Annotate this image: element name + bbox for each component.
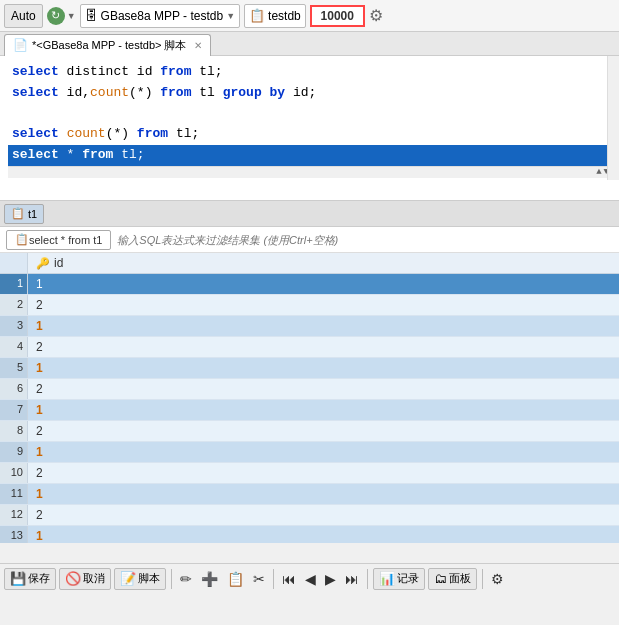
nav-first-icon[interactable]: ⏮ xyxy=(279,569,299,589)
panel-label: 面板 xyxy=(449,571,471,586)
editor-scrollbar[interactable] xyxy=(607,56,619,180)
row-number: 8 xyxy=(0,421,28,441)
tab-close-icon[interactable]: ✕ xyxy=(194,40,202,51)
row-limit-input[interactable]: 10000 xyxy=(310,5,365,27)
scroll-up-arrow[interactable]: ▲ xyxy=(596,165,601,179)
row-number: 13 xyxy=(0,526,28,543)
editor-line-1: select distinct id from tl; xyxy=(8,62,611,83)
nav-delete-icon[interactable]: ✂ xyxy=(250,569,268,589)
db-icon: 🗄 xyxy=(85,8,98,23)
schema-icon: 📋 xyxy=(249,8,265,23)
cell-id: 1 xyxy=(28,400,619,420)
row-number: 4 xyxy=(0,337,28,357)
row-number: 1 xyxy=(0,274,28,294)
table-row[interactable]: 91 xyxy=(0,442,619,463)
cell-id: 2 xyxy=(28,505,619,525)
script-label: 脚本 xyxy=(138,571,160,586)
cell-id: 1 xyxy=(28,316,619,336)
panel-button[interactable]: 🗂 面板 xyxy=(428,568,477,590)
table-row[interactable]: 102 xyxy=(0,463,619,484)
col-header-id: 🔑 id xyxy=(28,253,619,273)
records-button[interactable]: 📊 记录 xyxy=(373,568,425,590)
panel-icon: 🗂 xyxy=(434,571,447,586)
cell-id: 2 xyxy=(28,337,619,357)
nav-next-icon[interactable]: ▶ xyxy=(322,569,339,589)
table-row[interactable]: 131 xyxy=(0,526,619,543)
nav-pencil-icon[interactable]: ✏ xyxy=(177,569,195,589)
table-row[interactable]: 11 xyxy=(0,274,619,295)
cancel-icon: 🚫 xyxy=(65,571,81,586)
table-row[interactable]: 31 xyxy=(0,316,619,337)
cancel-button[interactable]: 🚫 取消 xyxy=(59,568,111,590)
save-button[interactable]: 💾 保存 xyxy=(4,568,56,590)
row-number: 9 xyxy=(0,442,28,462)
row-number: 10 xyxy=(0,463,28,483)
result-tab-row: 📋 t1 xyxy=(0,201,619,227)
table-row[interactable]: 71 xyxy=(0,400,619,421)
result-tab-label: t1 xyxy=(28,208,37,220)
schema-label: testdb xyxy=(268,9,301,23)
refresh-icon[interactable]: ↻ xyxy=(47,7,65,25)
records-icon: 📊 xyxy=(379,571,395,586)
nav-last-icon[interactable]: ⏭ xyxy=(342,569,362,589)
cell-id: 1 xyxy=(28,526,619,543)
data-rows-container: 112231425162718291102111122131142151162 xyxy=(0,274,619,543)
editor-hscroll[interactable]: ▲ ▼ xyxy=(8,166,611,178)
filter-bar: 📋 select * from t1 xyxy=(0,227,619,253)
editor-area[interactable]: select distinct id from tl; select id,co… xyxy=(0,56,619,201)
row-number: 6 xyxy=(0,379,28,399)
cell-id: 2 xyxy=(28,295,619,315)
auto-button[interactable]: Auto xyxy=(4,4,43,28)
tab-bar: 📄 *<GBase8a MPP - testdb> 脚本 ✕ xyxy=(0,32,619,56)
cell-id: 1 xyxy=(28,358,619,378)
nav-prev-icon[interactable]: ◀ xyxy=(302,569,319,589)
result-area: 📋 t1 📋 select * from t1 🔑 id 11223142516… xyxy=(0,201,619,543)
top-toolbar: Auto ↻ ▼ 🗄 GBase8a MPP - testdb ▼ 📋 test… xyxy=(0,0,619,32)
separator-3 xyxy=(367,569,368,589)
col-name-id: id xyxy=(54,256,63,270)
dropdown-arrow-1[interactable]: ▼ xyxy=(67,11,76,21)
table-row[interactable]: 22 xyxy=(0,295,619,316)
script-tab[interactable]: 📄 *<GBase8a MPP - testdb> 脚本 ✕ xyxy=(4,34,211,56)
cell-id: 1 xyxy=(28,442,619,462)
script-tab-icon: 📄 xyxy=(13,38,28,52)
main-window: Auto ↻ ▼ 🗄 GBase8a MPP - testdb ▼ 📋 test… xyxy=(0,0,619,593)
table-row[interactable]: 51 xyxy=(0,358,619,379)
cell-id: 2 xyxy=(28,379,619,399)
key-icon: 🔑 xyxy=(36,257,50,270)
table-row[interactable]: 111 xyxy=(0,484,619,505)
nav-add-icon[interactable]: ➕ xyxy=(198,569,221,589)
db-dropdown[interactable]: 🗄 GBase8a MPP - testdb ▼ xyxy=(80,4,240,28)
cell-id: 2 xyxy=(28,463,619,483)
settings-icon[interactable]: ⚙ xyxy=(369,6,383,25)
row-number: 2 xyxy=(0,295,28,315)
records-label: 记录 xyxy=(397,571,419,586)
script-button[interactable]: 📝 脚本 xyxy=(114,568,166,590)
editor-line-2: select id,count(*) from tl group by id; xyxy=(8,83,611,104)
db-dropdown-arrow: ▼ xyxy=(226,11,235,21)
row-num-header xyxy=(0,253,28,273)
script-tab-label: *<GBase8a MPP - testdb> 脚本 xyxy=(32,38,186,53)
cell-id: 1 xyxy=(28,274,619,294)
auto-label: Auto xyxy=(11,9,36,23)
save-icon: 💾 xyxy=(10,571,26,586)
row-number: 7 xyxy=(0,400,28,420)
editor-line-4: select count(*) from tl; xyxy=(8,124,611,145)
separator-4 xyxy=(482,569,483,589)
table-row[interactable]: 62 xyxy=(0,379,619,400)
nav-copy-icon[interactable]: 📋 xyxy=(224,569,247,589)
settings-bottom-icon[interactable]: ⚙ xyxy=(488,569,507,589)
row-number: 12 xyxy=(0,505,28,525)
filter-input[interactable] xyxy=(117,234,613,246)
result-tab-icon: 📋 xyxy=(11,207,25,220)
table-header-row: 🔑 id xyxy=(0,253,619,274)
table-row[interactable]: 42 xyxy=(0,337,619,358)
cell-id: 2 xyxy=(28,421,619,441)
row-number: 3 xyxy=(0,316,28,336)
table-row[interactable]: 122 xyxy=(0,505,619,526)
result-tab-t1[interactable]: 📋 t1 xyxy=(4,204,44,224)
query-tab[interactable]: 📋 select * from t1 xyxy=(6,230,111,250)
row-number: 11 xyxy=(0,484,28,504)
table-row[interactable]: 82 xyxy=(0,421,619,442)
schema-dropdown[interactable]: 📋 testdb xyxy=(244,4,306,28)
